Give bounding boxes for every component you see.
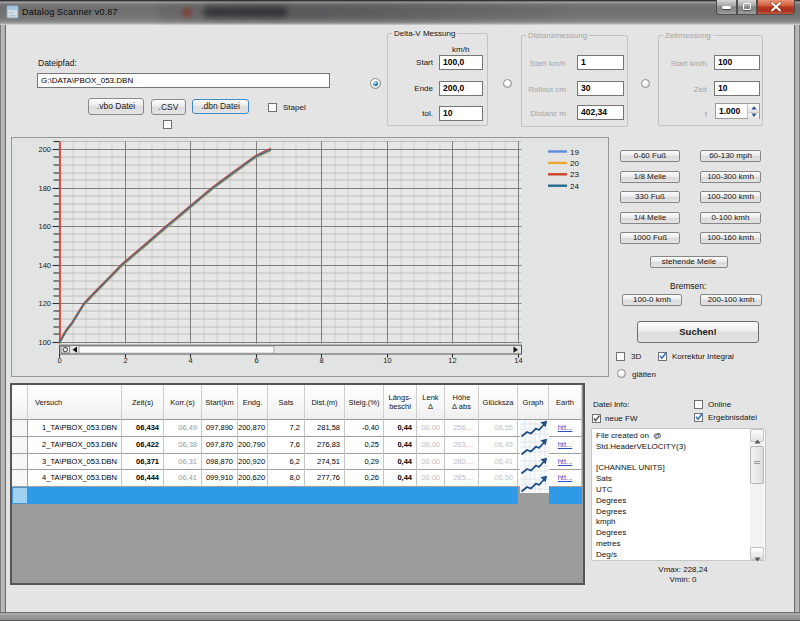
svg-text:120: 120: [38, 299, 51, 308]
svg-text:14: 14: [514, 356, 522, 365]
svg-text:23: 23: [570, 170, 579, 179]
svg-text:100: 100: [38, 338, 51, 347]
svg-text:24: 24: [570, 182, 579, 191]
svg-text:200: 200: [38, 145, 51, 154]
svg-text:180: 180: [38, 184, 51, 193]
svg-text:20: 20: [570, 159, 579, 168]
svg-text:6: 6: [254, 356, 258, 365]
svg-text:4: 4: [188, 356, 192, 365]
svg-text:8: 8: [319, 356, 323, 365]
svg-text:19: 19: [570, 148, 579, 157]
svg-text:140: 140: [38, 261, 51, 270]
svg-text:2: 2: [123, 356, 127, 365]
svg-text:10: 10: [383, 356, 391, 365]
svg-text:160: 160: [38, 222, 51, 231]
svg-text:12: 12: [448, 356, 456, 365]
svg-text:0: 0: [57, 356, 61, 365]
